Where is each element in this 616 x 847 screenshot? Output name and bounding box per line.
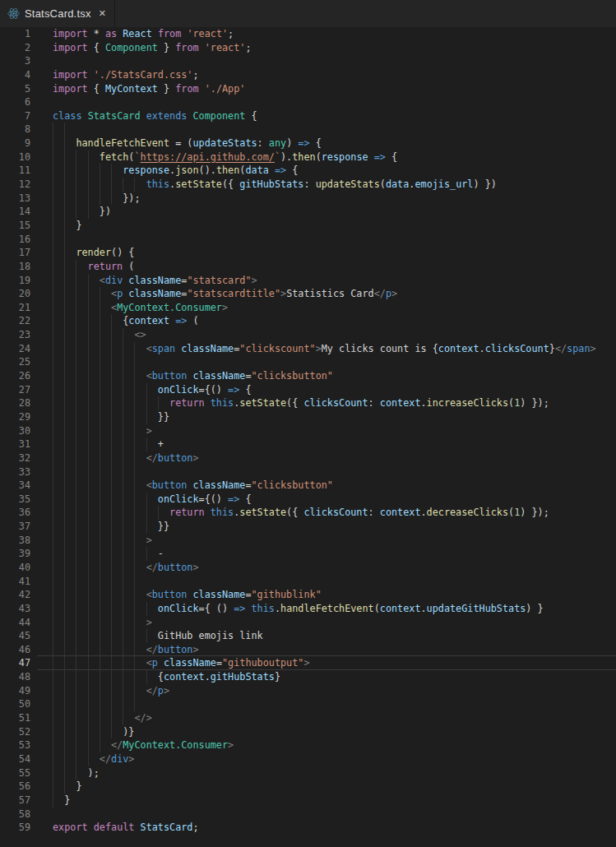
line-number[interactable]: 19 bbox=[0, 274, 37, 288]
line-number[interactable]: 45 bbox=[0, 629, 37, 643]
line-number[interactable]: 58 bbox=[0, 808, 37, 822]
code-line[interactable]: 49</p> bbox=[0, 684, 616, 698]
line-number[interactable]: 8 bbox=[0, 123, 37, 137]
line-number[interactable]: 57 bbox=[0, 794, 37, 808]
code-line[interactable]: 33 bbox=[0, 465, 616, 479]
code-line[interactable]: 45GitHub emojis link bbox=[0, 629, 616, 643]
line-number[interactable]: 14 bbox=[0, 205, 37, 219]
code-line[interactable]: 13}); bbox=[0, 192, 616, 206]
code-line[interactable]: 38> bbox=[0, 534, 616, 548]
code-line[interactable]: 9handleFetchEvent = (updateStats: any) =… bbox=[0, 137, 616, 150]
line-number[interactable]: 16 bbox=[0, 233, 37, 247]
line-number[interactable]: 30 bbox=[0, 424, 37, 438]
code-line[interactable]: 32</button> bbox=[0, 451, 616, 465]
line-number[interactable]: 4 bbox=[0, 68, 37, 82]
code-line[interactable]: 11response.json().then(data => { bbox=[0, 164, 616, 178]
line-number[interactable]: 10 bbox=[0, 150, 37, 164]
line-number[interactable]: 33 bbox=[0, 465, 37, 479]
line-number[interactable]: 11 bbox=[0, 164, 37, 178]
line-number[interactable]: 38 bbox=[0, 534, 37, 548]
code-line[interactable]: 55); bbox=[0, 766, 616, 780]
code-line[interactable]: 59export default StatsCard; bbox=[0, 821, 616, 835]
code-line[interactable]: 48{context.gitHubStats} bbox=[0, 670, 616, 684]
code-line[interactable]: 10fetch(`https://api.github.com/`).then(… bbox=[0, 150, 616, 164]
line-number[interactable]: 40 bbox=[0, 561, 37, 575]
line-number[interactable]: 36 bbox=[0, 506, 37, 520]
line-number[interactable]: 34 bbox=[0, 479, 37, 493]
code-line[interactable]: 8 bbox=[0, 123, 616, 137]
code-line[interactable]: 54</div> bbox=[0, 752, 616, 766]
code-line[interactable]: 27onClick={() => { bbox=[0, 383, 616, 397]
code-line[interactable]: 22{context => ( bbox=[0, 314, 616, 328]
line-number[interactable]: 9 bbox=[0, 137, 37, 150]
code-line[interactable]: 7class StatsCard extends Component { bbox=[0, 109, 616, 123]
code-line[interactable]: 12this.setState({ gitHubStats: updateSta… bbox=[0, 178, 616, 192]
code-line[interactable]: 14}) bbox=[0, 205, 616, 219]
line-number[interactable]: 35 bbox=[0, 493, 37, 507]
code-line[interactable]: 37}} bbox=[0, 520, 616, 534]
code-line[interactable]: 36return this.setState({ clicksCount: co… bbox=[0, 506, 616, 520]
code-line[interactable]: 6 bbox=[0, 95, 616, 109]
code-line[interactable]: 4import './StatsCard.css'; bbox=[0, 68, 616, 82]
line-number[interactable]: 22 bbox=[0, 314, 37, 328]
line-number[interactable]: 51 bbox=[0, 711, 37, 725]
code-line[interactable]: 29}} bbox=[0, 410, 616, 424]
code-line[interactable]: 42<button className="githublink" bbox=[0, 588, 616, 602]
code-line[interactable]: 24<span className="clickscount">My click… bbox=[0, 342, 616, 356]
code-line[interactable]: 53</MyContext.Consumer> bbox=[0, 738, 616, 752]
line-number[interactable]: 46 bbox=[0, 643, 37, 657]
code-line[interactable]: 39- bbox=[0, 547, 616, 561]
code-line[interactable]: 40</button> bbox=[0, 561, 616, 575]
code-line[interactable]: 43onClick={ () => this.handleFetchEvent(… bbox=[0, 602, 616, 616]
line-number[interactable]: 43 bbox=[0, 602, 37, 616]
line-number[interactable]: 13 bbox=[0, 192, 37, 206]
code-line[interactable]: 1import * as React from 'react'; bbox=[0, 27, 616, 41]
line-number[interactable]: 26 bbox=[0, 369, 37, 383]
line-number[interactable]: 21 bbox=[0, 301, 37, 315]
line-number[interactable]: 18 bbox=[0, 260, 37, 274]
line-number[interactable]: 41 bbox=[0, 575, 37, 589]
line-number[interactable]: 7 bbox=[0, 109, 37, 123]
code-editor[interactable]: 1import * as React from 'react';2import … bbox=[0, 27, 616, 835]
code-line[interactable]: 5import { MyContext } from './App' bbox=[0, 82, 616, 96]
line-number[interactable]: 50 bbox=[0, 697, 37, 711]
code-line[interactable]: 20<p className="statscardtitle">Statisti… bbox=[0, 287, 616, 301]
line-number[interactable]: 28 bbox=[0, 396, 37, 410]
code-line[interactable]: 46</button> bbox=[0, 643, 616, 657]
code-line[interactable]: 23<> bbox=[0, 328, 616, 342]
line-number[interactable]: 54 bbox=[0, 752, 37, 766]
line-number[interactable]: 3 bbox=[0, 54, 37, 68]
code-line[interactable]: 15} bbox=[0, 219, 616, 233]
code-line[interactable]: 19<div className="statscard"> bbox=[0, 274, 616, 288]
code-line[interactable]: 18return ( bbox=[0, 260, 616, 274]
code-line[interactable]: 30> bbox=[0, 424, 616, 438]
line-number[interactable]: 2 bbox=[0, 41, 37, 55]
line-number[interactable]: 32 bbox=[0, 451, 37, 465]
line-number[interactable]: 25 bbox=[0, 355, 37, 369]
line-number[interactable]: 12 bbox=[0, 178, 37, 192]
line-number[interactable]: 42 bbox=[0, 588, 37, 602]
code-line[interactable]: 52)} bbox=[0, 725, 616, 739]
line-number[interactable]: 49 bbox=[0, 684, 37, 698]
code-line[interactable]: 41 bbox=[0, 575, 616, 589]
line-number[interactable]: 52 bbox=[0, 725, 37, 739]
line-number[interactable]: 29 bbox=[0, 410, 37, 424]
line-number[interactable]: 39 bbox=[0, 547, 37, 561]
line-number[interactable]: 5 bbox=[0, 82, 37, 96]
code-line[interactable]: 56} bbox=[0, 780, 616, 794]
line-number[interactable]: 17 bbox=[0, 246, 37, 260]
code-line[interactable]: 58 bbox=[0, 808, 616, 822]
code-line[interactable]: 26<button className="clicksbutton" bbox=[0, 369, 616, 383]
code-line[interactable]: 16 bbox=[0, 233, 616, 247]
code-line[interactable]: 2import { Component } from 'react'; bbox=[0, 41, 616, 55]
code-line[interactable]: 50 bbox=[0, 697, 616, 711]
code-line[interactable]: 51</> bbox=[0, 711, 616, 725]
line-number[interactable]: 23 bbox=[0, 328, 37, 342]
line-number[interactable]: 48 bbox=[0, 670, 37, 684]
line-number[interactable]: 27 bbox=[0, 383, 37, 397]
code-line[interactable]: 47<p className="githuboutput"> bbox=[0, 656, 616, 670]
line-number[interactable]: 53 bbox=[0, 738, 37, 752]
line-number[interactable]: 59 bbox=[0, 821, 37, 835]
code-line[interactable]: 25 bbox=[0, 355, 616, 369]
line-number[interactable]: 24 bbox=[0, 342, 37, 356]
